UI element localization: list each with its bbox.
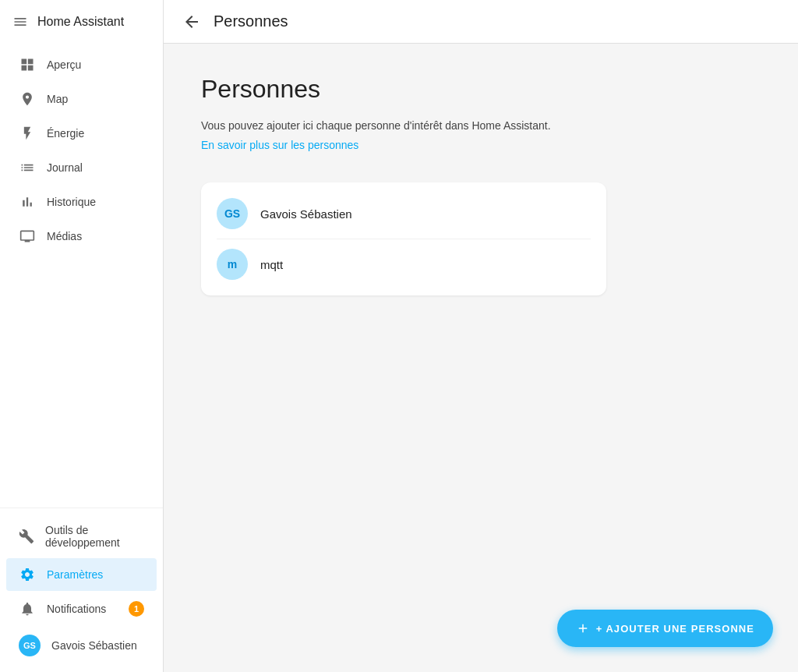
sidebar-item-label: Journal: [47, 161, 83, 174]
content-area: Personnes Vous pouvez ajouter ici chaque…: [164, 44, 798, 672]
wrench-icon: [19, 528, 34, 545]
sidebar-item-notifications[interactable]: Notifications 1: [6, 592, 157, 625]
topbar: Personnes: [164, 0, 798, 44]
gear-icon: [19, 566, 36, 583]
tv-icon: [19, 228, 36, 245]
page-title: Personnes: [201, 75, 761, 104]
sidebar-item-historique[interactable]: Historique: [6, 186, 157, 218]
learn-more-link[interactable]: En savoir plus sur les personnes: [201, 139, 358, 151]
add-person-button[interactable]: + AJOUTER UNE PERSONNE: [557, 610, 773, 647]
sidebar-item-label: Aperçu: [47, 58, 81, 71]
sidebar-item-map[interactable]: Map: [6, 83, 157, 115]
sidebar-item-apercu[interactable]: Aperçu: [6, 48, 157, 81]
sidebar-item-label: Gavois Sébastien: [51, 639, 137, 652]
avatar: GS: [19, 635, 41, 656]
app-title: Home Assistant: [37, 15, 124, 29]
sidebar-item-user[interactable]: GS Gavois Sébastien: [6, 627, 157, 664]
menu-icon[interactable]: [12, 14, 28, 30]
bell-icon: [19, 600, 36, 617]
bar-chart-icon: [19, 193, 36, 210]
notification-badge: 1: [129, 601, 144, 617]
person-row[interactable]: m mqtt: [201, 239, 606, 289]
sidebar-item-label: Notifications: [47, 603, 106, 615]
sidebar-nav: Aperçu Map Énergie: [0, 44, 163, 508]
bolt-icon: [19, 125, 36, 142]
sidebar-item-medias[interactable]: Médias: [6, 220, 157, 253]
list-icon: [19, 159, 36, 176]
sidebar-item-dev-tools[interactable]: Outils de développement: [6, 516, 157, 557]
person-name: mqtt: [260, 258, 283, 271]
person-name: Gavois Sébastien: [260, 207, 352, 221]
sidebar-item-label: Map: [47, 93, 68, 105]
sidebar-item-label: Historique: [47, 196, 96, 208]
sidebar-bottom: Outils de développement Paramètres Notif…: [0, 508, 163, 672]
sidebar-item-label: Paramètres: [47, 568, 103, 581]
person-row[interactable]: GS Gavois Sébastien: [201, 189, 606, 239]
sidebar: Home Assistant Aperçu Map: [0, 0, 164, 672]
sidebar-item-energie[interactable]: Énergie: [6, 117, 157, 150]
sidebar-header: Home Assistant: [0, 0, 163, 44]
sidebar-item-label: Outils de développement: [45, 524, 144, 549]
persons-list: GS Gavois Sébastien m mqtt: [201, 182, 606, 295]
grid-icon: [19, 56, 36, 73]
page-description: Vous pouvez ajouter ici chaque personne …: [201, 119, 761, 132]
sidebar-item-label: Médias: [47, 230, 82, 242]
sidebar-item-journal[interactable]: Journal: [6, 151, 157, 184]
topbar-title: Personnes: [214, 12, 288, 30]
back-button[interactable]: [182, 12, 201, 31]
sidebar-item-label: Énergie: [47, 127, 84, 140]
avatar: GS: [217, 198, 248, 229]
plus-icon: [576, 621, 590, 635]
map-icon: [19, 90, 36, 108]
main-content: Personnes Personnes Vous pouvez ajouter …: [164, 0, 798, 672]
sidebar-item-parametres[interactable]: Paramètres: [6, 558, 157, 591]
avatar: m: [217, 249, 248, 280]
